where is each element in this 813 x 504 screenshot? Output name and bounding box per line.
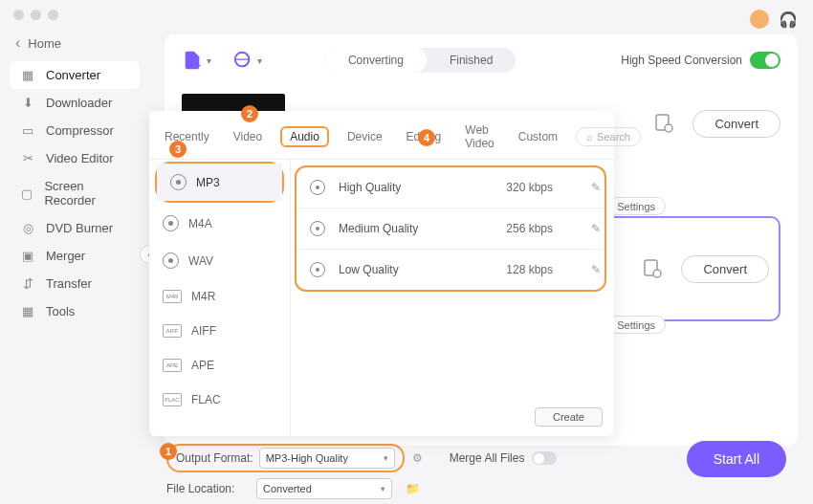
- support-icon[interactable]: 🎧: [779, 10, 798, 29]
- sidebar-item-label: Tools: [46, 304, 75, 318]
- convert-button[interactable]: Convert: [692, 110, 780, 138]
- sidebar-item-label: Merger: [46, 249, 85, 263]
- file-icon: M4R: [163, 290, 182, 303]
- file-settings-icon[interactable]: [641, 257, 664, 280]
- downloader-icon: ⬇: [19, 96, 36, 110]
- sidebar-item-screen-recorder[interactable]: ▢ Screen Recorder: [10, 172, 140, 214]
- disc-icon: [310, 221, 325, 236]
- gear-icon[interactable]: ⚙: [412, 451, 423, 465]
- user-avatar[interactable]: [750, 10, 769, 29]
- folder-icon[interactable]: 📁: [406, 482, 420, 495]
- format-item-wav[interactable]: WAV: [149, 242, 290, 279]
- file-location-select[interactable]: Converted▾: [256, 478, 392, 499]
- search-icon: ⌕: [586, 131, 593, 142]
- annotation-badge-1: 1: [160, 443, 177, 460]
- scissors-icon: ✂: [19, 151, 36, 165]
- compressor-icon: ▭: [19, 123, 36, 138]
- format-tab-custom[interactable]: Custom: [513, 127, 563, 146]
- format-tab-video[interactable]: Video: [228, 127, 268, 146]
- file-icon: FLAC: [163, 393, 182, 406]
- create-preset-button[interactable]: Create: [535, 407, 603, 427]
- home-label: Home: [28, 36, 61, 51]
- format-item-flac[interactable]: FLACFLAC: [149, 383, 290, 417]
- disc-icon: [163, 215, 179, 231]
- output-format-label: Output Format:: [176, 451, 253, 465]
- annotation-badge-4: 4: [418, 129, 435, 146]
- format-tab-recently[interactable]: Recently: [159, 127, 215, 146]
- start-all-button[interactable]: Start All: [687, 441, 786, 477]
- edit-icon[interactable]: ✎: [591, 263, 601, 276]
- disc-icon: ◎: [19, 221, 36, 235]
- quality-option-low[interactable]: Low Quality 128 kbps ✎: [297, 249, 604, 290]
- tools-icon: ▦: [19, 304, 36, 318]
- status-segment: Converting Finished: [325, 48, 516, 73]
- format-item-m4r[interactable]: M4RM4R: [149, 279, 290, 314]
- segment-finished[interactable]: Finished: [427, 48, 516, 73]
- format-item-mp3[interactable]: MP3: [157, 164, 282, 201]
- output-format-select[interactable]: MP3-High Quality▾: [259, 448, 395, 469]
- chevron-left-icon: ‹: [15, 34, 20, 52]
- format-tab-device[interactable]: Device: [341, 127, 388, 146]
- disc-icon: [163, 252, 179, 269]
- sidebar-item-merger[interactable]: ▣ Merger: [10, 242, 140, 270]
- sidebar-item-label: Compressor: [46, 123, 114, 138]
- quality-option-medium[interactable]: Medium Quality 256 kbps ✎: [297, 208, 604, 249]
- sidebar-item-video-editor[interactable]: ✂ Video Editor: [10, 144, 140, 172]
- sidebar: ‹ Home ▦ Converter ⬇ Downloader ▭ Compre…: [0, 0, 149, 504]
- sidebar-item-transfer[interactable]: ⇵ Transfer: [10, 270, 140, 297]
- sidebar-item-label: Screen Recorder: [44, 179, 130, 208]
- format-popover: Recently Video Audio Device Editing Web …: [149, 111, 614, 436]
- format-item-ape[interactable]: APEAPE: [149, 348, 290, 383]
- file-icon: APE: [163, 359, 182, 372]
- edit-icon[interactable]: ✎: [591, 181, 601, 194]
- merge-all-toggle[interactable]: [532, 451, 557, 465]
- add-url-button[interactable]: ▾: [232, 50, 262, 71]
- svg-point-3: [665, 124, 672, 132]
- macos-zoom[interactable]: [48, 10, 58, 20]
- format-search-input[interactable]: ⌕ Search: [576, 127, 641, 146]
- merge-all-label: Merge All Files: [450, 451, 525, 465]
- home-nav[interactable]: ‹ Home: [0, 29, 149, 57]
- file-icon: AIFF: [163, 324, 182, 338]
- svg-text:+: +: [195, 59, 201, 71]
- sidebar-item-label: Transfer: [46, 276, 92, 291]
- dropdown-caret-icon: ▾: [207, 55, 211, 66]
- sidebar-item-converter[interactable]: ▦ Converter: [10, 61, 140, 89]
- format-tab-webvideo[interactable]: Web Video: [459, 121, 499, 153]
- sidebar-item-compressor[interactable]: ▭ Compressor: [10, 117, 140, 144]
- add-file-button[interactable]: + ▾: [182, 50, 211, 71]
- disc-icon: [170, 174, 187, 190]
- sidebar-item-label: Converter: [46, 68, 100, 82]
- dropdown-caret-icon: ▾: [257, 55, 262, 66]
- file-settings-icon[interactable]: [652, 112, 675, 135]
- file-location-label: File Location:: [166, 482, 249, 495]
- sidebar-item-tools[interactable]: ▦ Tools: [10, 297, 140, 325]
- segment-converting[interactable]: Converting: [325, 48, 427, 73]
- macos-close[interactable]: [13, 10, 24, 20]
- sidebar-item-label: Downloader: [46, 96, 112, 110]
- converter-icon: ▦: [19, 68, 36, 82]
- format-item-m4a[interactable]: M4A: [149, 205, 290, 242]
- svg-point-5: [653, 270, 661, 277]
- transfer-icon: ⇵: [19, 276, 36, 291]
- merger-icon: ▣: [19, 249, 36, 263]
- edit-icon[interactable]: ✎: [591, 222, 601, 235]
- format-tab-audio[interactable]: Audio: [280, 126, 329, 147]
- disc-icon: [310, 262, 325, 277]
- convert-button[interactable]: Convert: [681, 255, 769, 283]
- high-speed-label: High Speed Conversion: [621, 54, 742, 67]
- macos-minimize[interactable]: [31, 10, 41, 20]
- disc-icon: [310, 180, 325, 195]
- annotation-badge-3: 3: [169, 141, 187, 158]
- quality-option-high[interactable]: High Quality 320 kbps ✎: [297, 167, 604, 208]
- screen-icon: ▢: [19, 186, 34, 201]
- sidebar-item-downloader[interactable]: ⬇ Downloader: [10, 89, 140, 117]
- annotation-badge-2: 2: [241, 105, 258, 122]
- window-controls: [13, 10, 58, 20]
- sidebar-item-label: Video Editor: [46, 151, 114, 165]
- sidebar-item-label: DVD Burner: [46, 221, 113, 235]
- high-speed-toggle[interactable]: [750, 52, 780, 69]
- sidebar-item-dvd-burner[interactable]: ◎ DVD Burner: [10, 214, 140, 242]
- format-item-aiff[interactable]: AIFFAIFF: [149, 314, 290, 348]
